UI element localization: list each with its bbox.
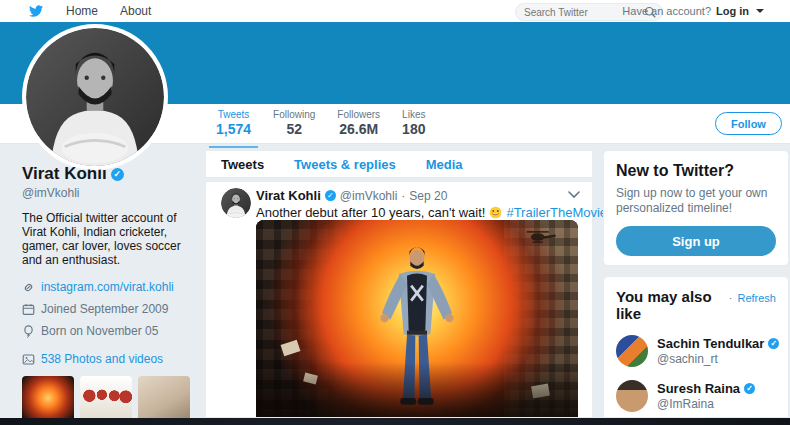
birthday-row: Born on November 05: [22, 324, 198, 338]
tab-media[interactable]: Media: [426, 157, 463, 172]
verified-badge-icon: ✓: [768, 338, 779, 349]
tweet-header: Virat Kohli ✓ @imVkohli · Sep 20: [256, 188, 562, 203]
photos-icon: [22, 353, 35, 366]
photos-videos-link[interactable]: 538 Photos and videos: [41, 352, 163, 366]
tweet-author-handle[interactable]: @imVkohli: [340, 189, 398, 203]
tweet-author-avatar[interactable]: [221, 188, 251, 218]
stat-label: Followers: [337, 109, 380, 120]
suggested-user-handle: @sachin_rt: [657, 352, 779, 366]
stat-label: Following: [273, 109, 315, 120]
stat-likes[interactable]: Likes 180: [391, 104, 436, 148]
stat-value: 180: [402, 121, 425, 137]
tweet-author-name[interactable]: Virat Kohli: [256, 188, 321, 203]
suggested-user-name[interactable]: Suresh Raina: [657, 381, 740, 396]
tweet-text: Another debut after 10 years, can't wait…: [256, 205, 578, 220]
joined-date: Joined September 2009: [41, 302, 168, 316]
stat-label: Likes: [402, 109, 425, 120]
twitter-logo-icon[interactable]: [28, 4, 44, 18]
profile-sidebar: Virat Kohli ✓ @imVkohli The Official twi…: [22, 164, 198, 425]
stat-value: 52: [273, 121, 315, 137]
tweet-media-image[interactable]: [256, 220, 578, 417]
suggested-user-sachin[interactable]: Sachin Tendulkar ✓ @sachin_rt: [616, 335, 776, 367]
avatar[interactable]: [616, 335, 648, 367]
calendar-icon: [22, 303, 35, 316]
stats-group: Tweets 1,574 Following 52 Followers 26.6…: [205, 104, 436, 143]
suggested-user-suresh[interactable]: Suresh Raina ✓ @ImRaina: [616, 380, 776, 412]
stat-label: Tweets: [216, 109, 251, 120]
tweet-text-body: Another debut after 10 years, can't wait…: [256, 205, 485, 220]
suggested-user-info: Suresh Raina ✓ @ImRaina: [657, 381, 755, 411]
timeline-tabs: Tweets Tweets & replies Media: [205, 150, 593, 178]
search-input[interactable]: [522, 6, 626, 19]
right-sidebar: New to Twitter? Sign up now to get your …: [603, 150, 789, 418]
suggested-user-name[interactable]: Sachin Tendulkar: [657, 336, 764, 351]
suggestions-separator: ·: [729, 292, 733, 304]
refresh-link[interactable]: Refresh: [737, 292, 776, 304]
verified-badge-icon: ✓: [325, 190, 336, 201]
stat-value: 1,574: [216, 121, 251, 137]
tweet-date[interactable]: Sep 20: [409, 189, 447, 203]
website-row: instagram.com/virat.kohli: [22, 280, 198, 294]
tweet-hashtag-link[interactable]: #TrailerTheMovie: [506, 205, 607, 220]
birthday-text: Born on November 05: [41, 324, 158, 338]
new-to-twitter-card: New to Twitter? Sign up now to get your …: [603, 150, 789, 266]
navbar-left: Home About: [28, 0, 151, 22]
os-taskbar-strip: [0, 418, 790, 425]
link-icon: [22, 281, 35, 294]
have-account-text: Have an account?: [622, 5, 711, 17]
twitter-profile-page: Home About Have an account? Log in Tweet…: [0, 0, 790, 425]
grinning-emoji-icon: [489, 206, 502, 219]
profile-avatar[interactable]: [22, 24, 168, 170]
nav-home-link[interactable]: Home: [66, 4, 98, 18]
login-button[interactable]: Log in: [716, 5, 749, 17]
navbar-right: Have an account? Log in: [622, 0, 764, 22]
timeline-column: Tweets Tweets & replies Media Virat Kohl…: [205, 150, 595, 418]
tab-tweets[interactable]: Tweets: [221, 157, 264, 172]
photos-row: 538 Photos and videos: [22, 352, 198, 366]
new-to-twitter-body: Sign up now to get your own personalized…: [616, 186, 776, 216]
stat-tweets[interactable]: Tweets 1,574: [205, 104, 262, 148]
poster-street-shadow: [256, 220, 578, 417]
suggestions-header: You may also like · Refresh: [616, 288, 776, 322]
caret-down-icon[interactable]: [756, 9, 764, 13]
verified-badge-icon: ✓: [111, 168, 124, 181]
joined-row: Joined September 2009: [22, 302, 198, 316]
you-may-also-like-card: You may also like · Refresh Sachin Tendu…: [603, 276, 789, 418]
suggested-user-info: Sachin Tendulkar ✓ @sachin_rt: [657, 336, 779, 366]
stat-value: 26.6M: [337, 121, 380, 137]
follow-button[interactable]: Follow: [715, 112, 782, 135]
stat-following[interactable]: Following 52: [262, 104, 326, 148]
avatar[interactable]: [616, 380, 648, 412]
profile-handle: @imVkohli: [22, 186, 198, 200]
sign-up-button[interactable]: Sign up: [616, 226, 776, 256]
stat-followers[interactable]: Followers 26.6M: [326, 104, 391, 148]
tweet-separator: ·: [401, 189, 405, 203]
website-link[interactable]: instagram.com/virat.kohli: [41, 280, 174, 294]
suggestions-title: You may also like: [616, 288, 724, 322]
verified-badge-icon: ✓: [744, 383, 755, 394]
profile-avatar-image: [26, 28, 164, 166]
balloon-icon: [22, 325, 35, 338]
chevron-down-icon[interactable]: [568, 191, 580, 199]
nav-about-link[interactable]: About: [120, 4, 151, 18]
tweet[interactable]: Virat Kohli ✓ @imVkohli · Sep 20 Another…: [205, 181, 593, 418]
tab-tweets-replies[interactable]: Tweets & replies: [294, 157, 396, 172]
new-to-twitter-title: New to Twitter?: [616, 162, 776, 180]
profile-bio: The Official twitter account of Virat Ko…: [22, 211, 198, 267]
suggested-user-handle: @ImRaina: [657, 397, 755, 411]
top-navbar: Home About Have an account? Log in: [0, 0, 790, 22]
